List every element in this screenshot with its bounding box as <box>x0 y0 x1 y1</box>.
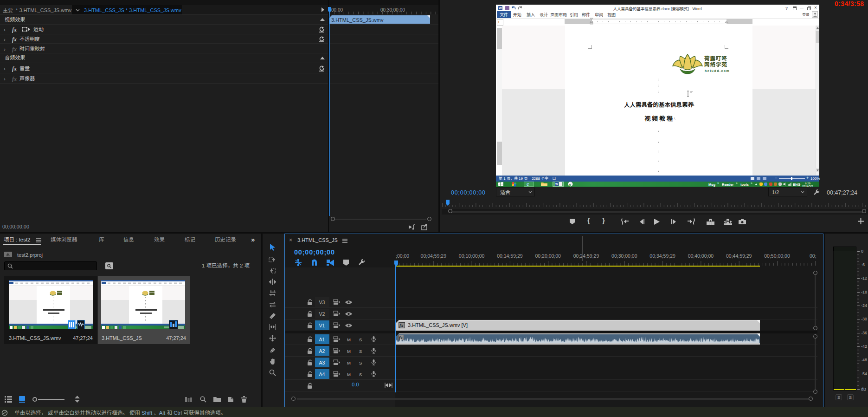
svg-text:e: e <box>569 182 572 187</box>
